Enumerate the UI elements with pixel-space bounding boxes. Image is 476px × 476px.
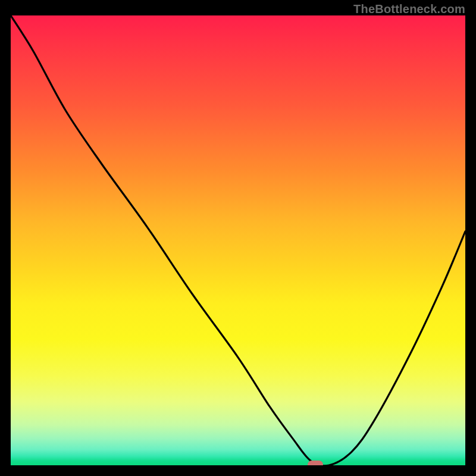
chart-frame: TheBottleneck.com (0, 0, 476, 476)
plot-area (11, 15, 465, 465)
watermark-text: TheBottleneck.com (353, 2, 465, 16)
optimal-point-marker (308, 461, 323, 465)
bottleneck-curve (11, 15, 465, 465)
